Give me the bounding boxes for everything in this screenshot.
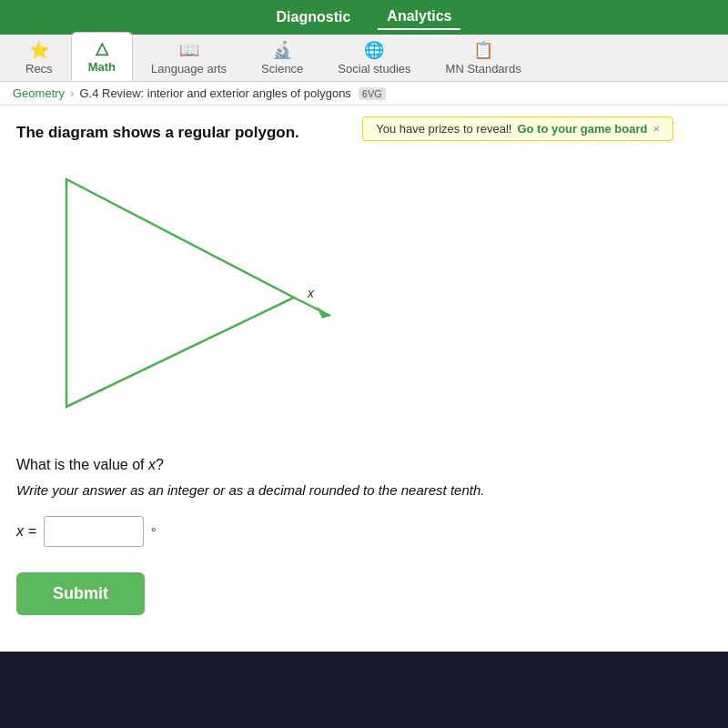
top-nav-items: Diagnostic Analytics — [268, 5, 461, 30]
answer-label: x = — [16, 523, 36, 540]
social-studies-icon: 🌐 — [364, 40, 384, 60]
tab-mn-standards-label: MN Standards — [446, 62, 521, 76]
question-instruction: Write your answer as an integer or as a … — [16, 480, 712, 500]
answer-row: x = ° — [16, 516, 712, 547]
nav-item-diagnostic[interactable]: Diagnostic — [268, 5, 360, 29]
tab-language-arts-label: Language arts — [151, 62, 227, 76]
tab-math-label: Math — [88, 60, 116, 74]
tab-language-arts[interactable]: 📖 Language arts — [135, 35, 243, 81]
mn-standards-icon: 📋 — [473, 40, 493, 60]
breadcrumb: Geometry › G.4 Review: interior and exte… — [0, 82, 728, 106]
nav-item-analytics[interactable]: Analytics — [378, 5, 460, 30]
subject-tabs: ⭐ Recs △ Math 📖 Language arts 🔬 Science … — [0, 35, 728, 82]
answer-input[interactable] — [44, 516, 144, 547]
prize-link[interactable]: Go to your game board — [517, 122, 647, 136]
x-variable: x — [148, 457, 156, 472]
tab-recs-label: Recs — [25, 62, 53, 76]
math-icon: △ — [96, 38, 108, 58]
tab-social-studies[interactable]: 🌐 Social studies — [321, 35, 427, 81]
tab-science-label: Science — [261, 62, 303, 76]
breadcrumb-parent[interactable]: Geometry — [13, 86, 65, 100]
prize-text: You have prizes to reveal! — [376, 122, 511, 136]
tab-mn-standards[interactable]: 📋 MN Standards — [430, 35, 538, 81]
grade-badge: 6VG — [359, 87, 386, 100]
svg-marker-2 — [317, 307, 330, 318]
tab-science[interactable]: 🔬 Science — [245, 35, 319, 81]
breadcrumb-current: G.4 Review: interior and exterior angles… — [79, 86, 350, 100]
science-icon: 🔬 — [272, 40, 292, 60]
tab-math[interactable]: △ Math — [71, 32, 133, 81]
top-nav: Diagnostic Analytics — [0, 0, 728, 35]
language-arts-icon: 📖 — [179, 40, 199, 60]
recs-icon: ⭐ — [29, 40, 49, 60]
submit-button[interactable]: Submit — [16, 572, 145, 615]
main-content: You have prizes to reveal! Go to your ga… — [0, 106, 728, 652]
polygon-diagram: x — [25, 157, 335, 439]
prize-banner: You have prizes to reveal! Go to your ga… — [362, 116, 673, 141]
breadcrumb-separator: › — [70, 86, 74, 100]
degree-symbol: ° — [151, 524, 157, 540]
prize-close-button[interactable]: × — [652, 122, 660, 136]
svg-marker-0 — [66, 179, 294, 407]
tab-social-studies-label: Social studies — [338, 62, 410, 76]
svg-text:x: x — [307, 286, 315, 300]
question-body: What is the value of x? — [16, 457, 712, 473]
tab-recs[interactable]: ⭐ Recs — [9, 35, 69, 81]
